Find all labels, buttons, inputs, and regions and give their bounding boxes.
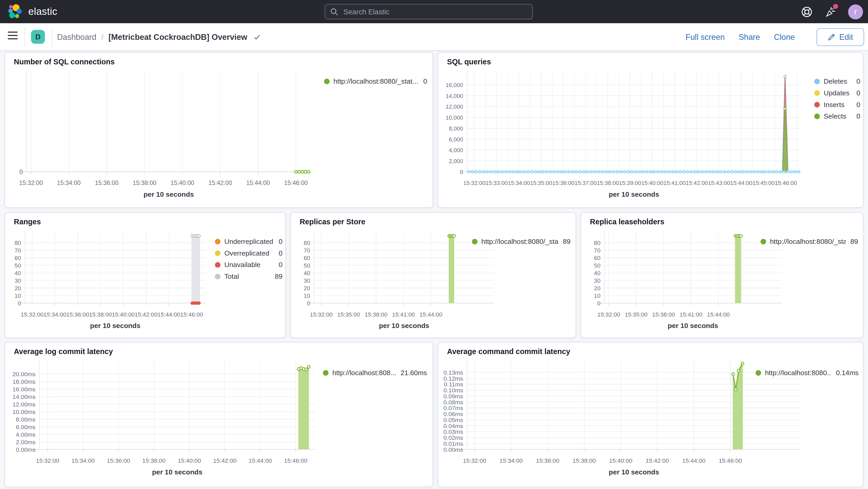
x-tick-label: 15:46:00: [180, 311, 203, 318]
pencil-icon: [828, 33, 835, 41]
legend-color-dot: [215, 274, 220, 279]
y-tick-label: 10: [14, 293, 21, 299]
panel-average-command-commit-latency: Average command commit latency 15:32:001…: [437, 342, 864, 487]
y-tick-label: 80: [14, 240, 21, 246]
menu-button[interactable]: [8, 32, 18, 39]
x-tick-label: 15:40:00: [641, 180, 663, 186]
gridlines: [307, 231, 494, 305]
title-check-icon[interactable]: [253, 33, 261, 41]
help-button[interactable]: [801, 5, 813, 18]
y-tick-label: 0.01ms: [443, 440, 463, 447]
y-tick-label: 0.11ms: [444, 381, 463, 388]
chart-canvas: 15:32:0015:33:0015:34:0015:35:0015:36:00…: [438, 53, 863, 207]
chart-legend: http://localhost:8080/_sta...89: [472, 237, 570, 249]
y-tick-label: 0.02ms: [443, 434, 463, 441]
y-tick-label: 60: [594, 255, 600, 261]
y-tick-label: 70: [594, 247, 600, 254]
panel-replica-leaseholders: Replica leaseholders 15:32:0015:35:0015:…: [581, 212, 864, 338]
newsfeed-button[interactable]: [824, 5, 836, 18]
gridlines: [20, 71, 311, 174]
gridlines: [598, 231, 781, 305]
x-tick-label: 15:35:00: [337, 311, 360, 318]
legend-item[interactable]: http://localhost:8080/_sta...89: [472, 237, 570, 246]
x-tick-label: 15:34:00: [71, 457, 95, 464]
x-tick-label: 15:40:00: [609, 457, 632, 464]
x-tick-label: 15:32:00: [597, 311, 620, 318]
chart-canvas: 15:32:0015:34:0015:36:0015:38:0015:40:00…: [5, 53, 433, 207]
clone-button[interactable]: Clone: [774, 33, 795, 41]
x-tick-label: 15:38:00: [597, 180, 619, 186]
legend-item[interactable]: http://localhost:8080...0.14ms: [755, 368, 859, 377]
kibana-dashboard-app: elastic: [0, 0, 868, 489]
y-tick-label: 10: [594, 293, 600, 299]
legend-item[interactable]: Overreplicated0: [215, 249, 282, 258]
legend-item[interactable]: http://localhost:8080/_stat...0: [324, 77, 427, 86]
y-tick-label: 4,000: [449, 147, 463, 153]
legend-value: 0.14ms: [836, 369, 859, 377]
legend-label: Inserts: [824, 101, 852, 109]
share-button[interactable]: Share: [739, 33, 760, 41]
edit-button[interactable]: Edit: [816, 28, 864, 46]
legend-color-dot: [324, 79, 330, 84]
x-tick-label: 15:45:00: [752, 180, 775, 186]
legend-item[interactable]: Selects0: [814, 112, 861, 121]
user-avatar[interactable]: r: [848, 4, 863, 19]
legend-item[interactable]: Updates0: [814, 89, 861, 97]
y-tick-label: 70: [304, 247, 310, 254]
legend-item[interactable]: Deletes0: [814, 77, 861, 86]
y-tick-label: 50: [594, 262, 600, 269]
x-tick-label: 15:42:00: [686, 180, 708, 186]
legend-label: Underreplicated: [224, 238, 274, 245]
axis-labels: 15:32:0015:35:0015:38:0015:41:0015:44:00…: [304, 240, 442, 330]
axis-labels: 15:32:0015:34:0015:36:0015:38:0015:40:00…: [19, 169, 308, 198]
elastic-logo[interactable]: elastic: [8, 0, 57, 23]
x-tick-label: 15:44:00: [158, 311, 181, 318]
y-tick-label: 40: [594, 270, 600, 276]
breadcrumb: Dashboard / [Metricbeat CockroachDB] Ove…: [57, 23, 261, 51]
breadcrumb-separator: /: [101, 33, 103, 41]
y-tick-label: 20.00ms: [12, 371, 35, 377]
x-tick-label: 15:41:00: [663, 180, 686, 186]
legend-item[interactable]: Underreplicated0: [215, 237, 282, 246]
x-tick-label: 15:44:00: [420, 311, 442, 318]
legend-item[interactable]: Total89: [215, 272, 282, 281]
y-tick-label: 10: [304, 293, 310, 299]
avg-log-commit-latency-chart: 15:32:0015:34:0015:36:0015:38:0015:40:00…: [5, 342, 433, 486]
y-tick-label: 0: [307, 300, 310, 307]
y-tick-label: 0.04ms: [443, 423, 463, 429]
legend-item[interactable]: http://localhost:808...21.60ms: [323, 368, 427, 377]
global-search-box[interactable]: [324, 4, 533, 20]
search-input[interactable]: [342, 7, 527, 17]
legend-value: 21.60ms: [401, 369, 427, 377]
y-tick-label: 18.00ms: [12, 378, 35, 385]
x-tick-label: 15:32:00: [21, 311, 44, 318]
legend-item[interactable]: Unavailable0: [215, 261, 282, 269]
breadcrumb-dashboard-link[interactable]: Dashboard: [57, 33, 96, 41]
series-layer: [294, 171, 310, 173]
y-tick-label: 0.08ms: [443, 399, 463, 406]
legend-item[interactable]: Inserts0: [814, 100, 861, 109]
legend-value: 0: [856, 113, 860, 120]
y-tick-label: 16.00ms: [12, 386, 35, 393]
dashboard-toolbar: D Dashboard / [Metricbeat CockroachDB] O…: [0, 23, 868, 51]
legend-label: Unavailable: [224, 261, 274, 269]
legend-value: 0: [856, 78, 860, 86]
x-tick-label: 15:32:00: [310, 311, 333, 318]
legend-color-dot: [814, 114, 820, 119]
legend-value: 0: [423, 78, 427, 86]
y-tick-label: 20: [14, 285, 21, 292]
y-tick-label: 8.00ms: [16, 416, 35, 423]
space-badge[interactable]: D: [31, 30, 45, 44]
y-tick-label: 0.00ms: [16, 446, 35, 453]
legend-item[interactable]: http://localhost:8080/_sta...89: [761, 237, 858, 246]
dashboard-actions: Full screen Share Clone Edit: [685, 23, 864, 51]
y-tick-label: 2.00ms: [16, 439, 35, 446]
y-tick-label: 14.00ms: [12, 393, 35, 400]
x-tick-label: 15:40:00: [112, 311, 135, 318]
y-tick-label: 0.09ms: [443, 393, 463, 400]
elastic-logo-icon: [8, 4, 24, 20]
full-screen-button[interactable]: Full screen: [685, 33, 725, 41]
x-tick-label: 15:42:00: [135, 311, 158, 318]
x-tick-label: 15:42:00: [646, 457, 669, 464]
x-tick-label: 15:36:00: [536, 457, 559, 464]
